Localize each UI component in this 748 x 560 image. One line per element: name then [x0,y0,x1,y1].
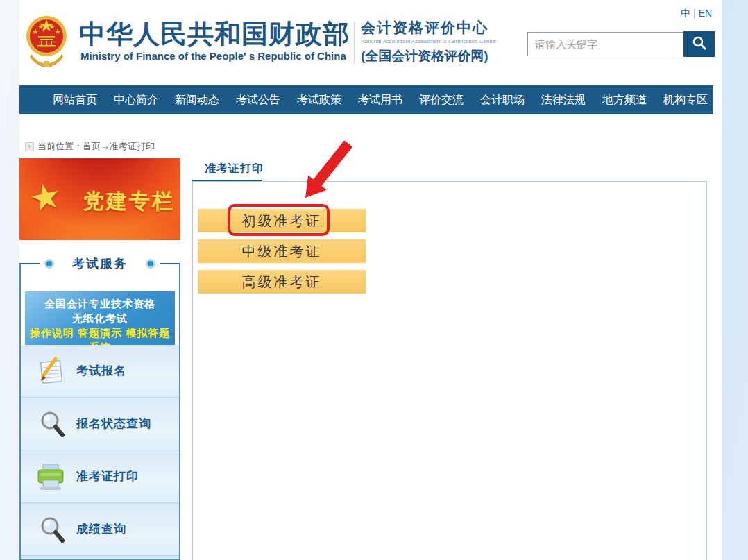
junior-ticket-button[interactable]: 初级准考证 [198,209,366,232]
nav-item-home[interactable]: 网站首页 [44,85,105,114]
breadcrumb: › 当前位置：首页→准考证打印 [25,140,155,153]
magnifier-icon [35,514,67,545]
sidebar-item-label: 准考证打印 [76,468,139,484]
language-switcher: 中|EN [681,8,712,20]
party-banner-label: 党建专栏 [83,187,175,216]
title-dot-left-icon [46,261,52,266]
nav-item-evaluation-exchange[interactable]: 评价交流 [411,85,472,114]
sidebar-item-registration-status[interactable]: 报名状态查询 [21,398,179,450]
sidebar-item-label: 考试报名 [76,363,126,379]
header-divider [354,21,355,64]
exam-banner-line2: 无纸化考试 [25,311,175,325]
center-title-en: National Accountant Assessment & Certifi… [361,38,527,44]
center-site-name: (全国会计资格评价网) [361,47,527,65]
nav-item-accounting-career[interactable]: 会计职场 [472,85,533,114]
exam-banner-line3: 操作说明 答题演示 模拟答题系统 [25,325,175,345]
exam-banner-line1: 全国会计专业技术资格 [25,296,175,311]
site-title-en: Ministry of Finance of the People' s Rep… [80,50,346,62]
exam-service-title-row: 考试服务 [19,256,180,271]
nav-item-laws[interactable]: 法律法规 [533,85,594,114]
site-title: 中华人民共和国财政部 [79,17,350,52]
nav-item-exam-policy[interactable]: 考试政策 [289,85,350,114]
magnifier-icon [692,35,707,53]
title-line-right [160,263,180,264]
nav-item-exam-announcements[interactable]: 考试公告 [228,85,289,114]
lang-en-link[interactable]: EN [699,8,712,19]
title-line-left [19,263,40,264]
nav-item-news[interactable]: 新闻动态 [167,85,228,114]
content-panel [192,181,707,560]
sidebar-item-exam-registration[interactable]: 考试报名 [21,345,179,398]
notepad-pencil-icon [35,355,67,387]
sidebar-item-partial [21,556,179,559]
search-bar [527,31,715,57]
nav-item-agency-zone[interactable]: 机构专区 [655,85,716,114]
nav-item-exam-books[interactable]: 考试用书 [350,85,411,114]
sidebar-item-score-inquiry[interactable]: 成绩查询 [21,503,179,556]
tab-admission-ticket-print[interactable]: 准考证打印 [205,162,264,176]
sidebar-item-label: 成绩查询 [76,521,126,537]
search-input[interactable] [527,32,683,56]
sidebar-menu: 考试报名 报名状态查询 准考 [21,345,179,559]
intermediate-ticket-button[interactable]: 中级准考证 [198,239,366,263]
senior-ticket-button[interactable]: 高级准考证 [198,270,366,294]
printer-icon [35,461,67,493]
magnifier-icon [35,408,67,440]
center-title-block: 会计资格评价中心 National Accountant Assessment … [361,18,527,65]
breadcrumb-text: 当前位置：首页→准考证打印 [37,140,155,153]
paperless-exam-banner[interactable]: 全国会计专业技术资格 无纸化考试 操作说明 答题演示 模拟答题系统 [25,291,175,345]
search-button[interactable] [683,31,715,57]
main-nav: 网站首页 中心简介 新闻动态 考试公告 考试政策 考试用书 评价交流 会计职场 … [19,85,713,114]
sidebar-item-admission-ticket-print[interactable]: 准考证打印 [21,450,179,503]
sidebar-item-label: 报名状态查询 [76,416,151,432]
title-dot-right-icon [148,261,153,266]
breadcrumb-arrow-icon: › [25,142,34,151]
exam-service-title: 考试服务 [64,255,136,272]
lang-zh-link[interactable]: 中 [681,8,690,19]
national-emblem-icon [24,12,69,68]
page-container: 中华人民共和国财政部 Ministry of Finance of the Pe… [19,0,722,560]
nav-item-local-channels[interactable]: 地方频道 [594,85,655,114]
party-building-banner[interactable]: ★ 党建专栏 [19,158,180,240]
lang-divider: | [693,8,696,19]
nav-item-about[interactable]: 中心简介 [105,85,167,114]
center-title: 会计资格评价中心 [361,18,527,37]
